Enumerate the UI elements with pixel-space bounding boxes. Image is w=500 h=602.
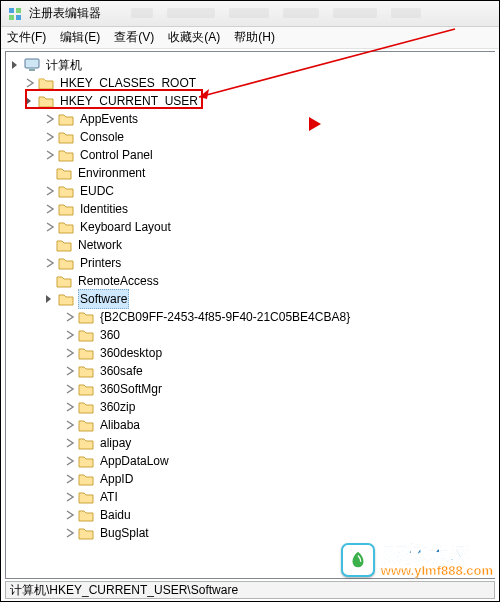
expander-expand-icon[interactable] — [44, 149, 56, 161]
folder-icon — [56, 166, 72, 180]
tree-item-360desktop[interactable]: 360desktop — [10, 344, 495, 362]
expander-expand-icon[interactable] — [64, 473, 76, 485]
menu-help[interactable]: 帮助(H) — [234, 29, 275, 46]
folder-icon — [58, 220, 74, 234]
tree-pane: 计算机 HKEY_CLASSES_ROOT HKEY_CURRENT_USER … — [5, 51, 495, 579]
tree-item-360zip[interactable]: 360zip — [10, 398, 495, 416]
tree-item-baidu[interactable]: Baidu — [10, 506, 495, 524]
tree-label: Baidu — [98, 506, 133, 524]
tree-item-identities[interactable]: Identities — [10, 200, 495, 218]
expander-expand-icon[interactable] — [64, 491, 76, 503]
folder-icon — [58, 292, 74, 306]
tree-item-hkcr[interactable]: HKEY_CLASSES_ROOT — [10, 74, 495, 92]
background-window-ghost — [131, 3, 489, 23]
tree-label: Control Panel — [78, 146, 155, 164]
expander-expand-icon[interactable] — [64, 509, 76, 521]
tree-item-guid[interactable]: {B2CB09FF-2453-4f85-9F40-21C05BE4CBA8} — [10, 308, 495, 326]
tree-label: 360zip — [98, 398, 137, 416]
svg-rect-0 — [9, 8, 14, 13]
tree-item-360safe[interactable]: 360safe — [10, 362, 495, 380]
tree-item-appevents[interactable]: AppEvents — [10, 110, 495, 128]
expander-expand-icon[interactable] — [64, 527, 76, 539]
tree-item-remoteaccess[interactable]: RemoteAccess — [10, 272, 495, 290]
tree-item-environment[interactable]: Environment — [10, 164, 495, 182]
folder-icon — [78, 346, 94, 360]
tree-item-printers[interactable]: Printers — [10, 254, 495, 272]
expander-expand-icon[interactable] — [64, 311, 76, 323]
folder-icon — [78, 364, 94, 378]
tree-label: Environment — [76, 164, 147, 182]
expander-expand-icon[interactable] — [44, 203, 56, 215]
menu-view[interactable]: 查看(V) — [114, 29, 154, 46]
expander-expand-icon[interactable] — [64, 401, 76, 413]
tree-item-ati[interactable]: ATI — [10, 488, 495, 506]
tree-label: 360 — [98, 326, 122, 344]
expander-expand-icon[interactable] — [44, 113, 56, 125]
menubar: 文件(F) 编辑(E) 查看(V) 收藏夹(A) 帮助(H) — [1, 27, 499, 49]
window-title: 注册表编辑器 — [29, 5, 101, 22]
tree-item-controlpanel[interactable]: Control Panel — [10, 146, 495, 164]
folder-icon — [56, 238, 72, 252]
registry-tree: 计算机 HKEY_CLASSES_ROOT HKEY_CURRENT_USER … — [6, 52, 495, 546]
expander-expand-icon[interactable] — [64, 455, 76, 467]
menu-edit[interactable]: 编辑(E) — [60, 29, 100, 46]
tree-item-appid[interactable]: AppID — [10, 470, 495, 488]
tree-item-network[interactable]: Network — [10, 236, 495, 254]
expander-expand-icon[interactable] — [64, 347, 76, 359]
folder-icon — [78, 328, 94, 342]
tree-item-appdatalow[interactable]: AppDataLow — [10, 452, 495, 470]
tree-label: alipay — [98, 434, 133, 452]
tree-label: {B2CB09FF-2453-4f85-9F40-21C05BE4CBA8} — [98, 308, 352, 326]
expander-expand-icon[interactable] — [64, 437, 76, 449]
expander-collapse-icon[interactable] — [44, 293, 56, 305]
tree-label: BugSplat — [98, 524, 151, 542]
expander-expand-icon[interactable] — [64, 329, 76, 341]
expander-collapse-icon[interactable] — [24, 95, 36, 107]
tree-label: Keyboard Layout — [78, 218, 173, 236]
tree-label: 计算机 — [44, 56, 84, 74]
tree-item-alibaba[interactable]: Alibaba — [10, 416, 495, 434]
folder-icon — [78, 508, 94, 522]
expander-expand-icon[interactable] — [64, 419, 76, 431]
tree-root-computer[interactable]: 计算机 — [10, 56, 495, 74]
tree-item-360[interactable]: 360 — [10, 326, 495, 344]
expander-expand-icon[interactable] — [64, 383, 76, 395]
expander-expand-icon[interactable] — [44, 257, 56, 269]
folder-icon — [58, 256, 74, 270]
folder-icon — [78, 310, 94, 324]
tree-item-console[interactable]: Console — [10, 128, 495, 146]
folder-icon — [38, 94, 54, 108]
tree-label: Identities — [78, 200, 130, 218]
expander-expand-icon[interactable] — [44, 221, 56, 233]
tree-label: AppEvents — [78, 110, 140, 128]
menu-favorites[interactable]: 收藏夹(A) — [168, 29, 220, 46]
folder-icon — [78, 418, 94, 432]
folder-icon — [78, 436, 94, 450]
tree-item-360softmgr[interactable]: 360SoftMgr — [10, 380, 495, 398]
svg-rect-3 — [16, 15, 21, 20]
tree-label: 360SoftMgr — [98, 380, 164, 398]
expander-expand-icon[interactable] — [64, 365, 76, 377]
expander-expand-icon[interactable] — [24, 77, 36, 89]
tree-item-bugsplat[interactable]: BugSplat — [10, 524, 495, 542]
folder-icon — [78, 382, 94, 396]
folder-icon — [78, 526, 94, 540]
tree-label: HKEY_CURRENT_USER — [58, 92, 200, 110]
statusbar-path: 计算机\HKEY_CURRENT_USER\Software — [10, 582, 238, 599]
menu-file[interactable]: 文件(F) — [7, 29, 46, 46]
tree-item-software[interactable]: Software — [10, 290, 495, 308]
tree-item-alipay[interactable]: alipay — [10, 434, 495, 452]
folder-icon — [38, 76, 54, 90]
tree-label: Software — [78, 289, 129, 309]
tree-label: Console — [78, 128, 126, 146]
tree-item-hkcu[interactable]: HKEY_CURRENT_USER — [10, 92, 495, 110]
tree-item-eudc[interactable]: EUDC — [10, 182, 495, 200]
expander-expand-icon[interactable] — [44, 131, 56, 143]
tree-item-keyboard[interactable]: Keyboard Layout — [10, 218, 495, 236]
tree-label: AppID — [98, 470, 135, 488]
expander-collapse-icon[interactable] — [10, 59, 22, 71]
expander-expand-icon[interactable] — [44, 185, 56, 197]
tree-label: RemoteAccess — [76, 272, 161, 290]
tree-label: 360safe — [98, 362, 145, 380]
folder-icon — [78, 472, 94, 486]
